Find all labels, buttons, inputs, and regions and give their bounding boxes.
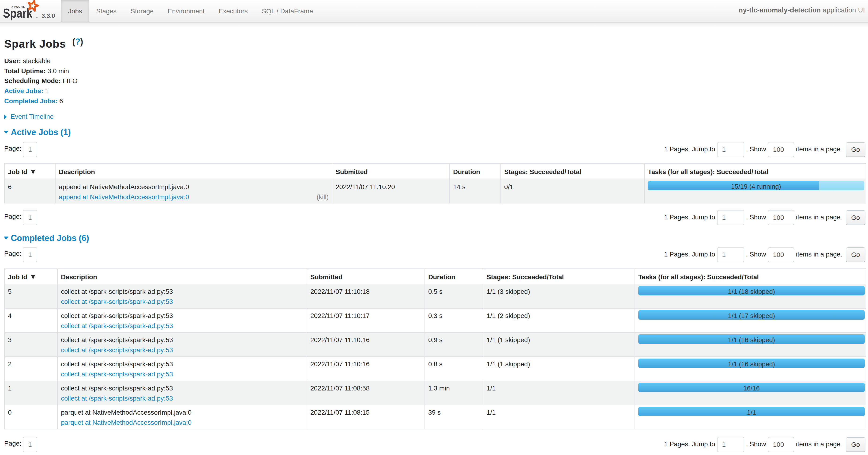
svg-text:APACHE: APACHE: [11, 5, 26, 8]
